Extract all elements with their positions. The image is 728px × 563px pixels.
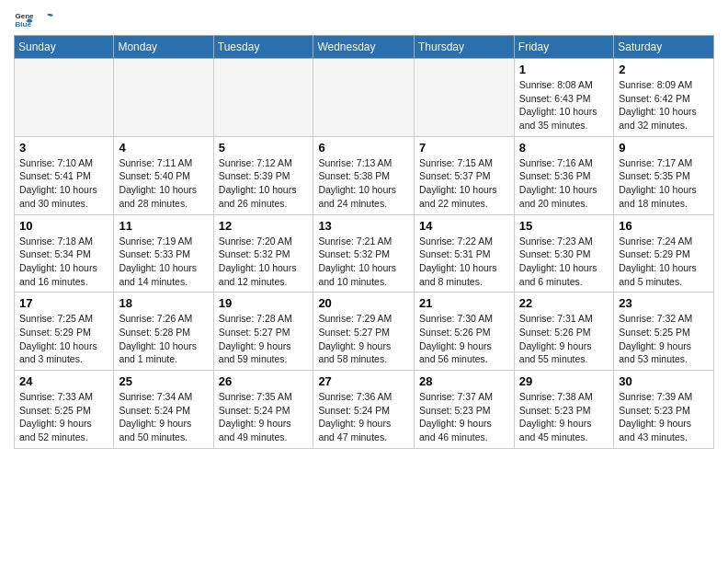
calendar-cell: 22Sunrise: 7:31 AMSunset: 5:26 PMDayligh…	[514, 293, 613, 371]
day-number: 23	[619, 296, 709, 310]
day-number: 25	[119, 374, 208, 388]
calendar-cell: 2Sunrise: 8:09 AMSunset: 6:42 PMDaylight…	[614, 59, 714, 137]
day-number: 15	[519, 219, 609, 233]
day-number: 4	[119, 141, 208, 155]
calendar-week-3: 10Sunrise: 7:18 AMSunset: 5:34 PMDayligh…	[15, 214, 714, 293]
calendar-cell: 14Sunrise: 7:22 AMSunset: 5:31 PMDayligh…	[414, 214, 514, 293]
calendar-cell: 12Sunrise: 7:20 AMSunset: 5:32 PMDayligh…	[213, 214, 313, 293]
calendar-header-friday: Friday	[514, 36, 613, 59]
calendar-cell: 9Sunrise: 7:17 AMSunset: 5:35 PMDaylight…	[614, 136, 714, 214]
day-info: Sunrise: 7:38 AMSunset: 5:23 PMDaylight:…	[519, 390, 609, 444]
logo: General Blue	[14, 9, 56, 29]
day-number: 5	[219, 141, 309, 155]
calendar-cell: 29Sunrise: 7:38 AMSunset: 5:23 PMDayligh…	[514, 371, 613, 449]
calendar-cell: 20Sunrise: 7:29 AMSunset: 5:27 PMDayligh…	[313, 293, 415, 371]
day-info: Sunrise: 7:33 AMSunset: 5:25 PMDaylight:…	[19, 390, 108, 444]
calendar-cell: 3Sunrise: 7:10 AMSunset: 5:41 PMDaylight…	[15, 136, 114, 214]
calendar-cell: 1Sunrise: 8:08 AMSunset: 6:43 PMDaylight…	[514, 59, 613, 137]
calendar-header-row: SundayMondayTuesdayWednesdayThursdayFrid…	[15, 36, 714, 59]
calendar-cell: 5Sunrise: 7:12 AMSunset: 5:39 PMDaylight…	[213, 136, 313, 214]
svg-text:General: General	[15, 12, 34, 20]
day-number: 16	[619, 219, 709, 233]
calendar-cell: 21Sunrise: 7:30 AMSunset: 5:26 PMDayligh…	[414, 293, 514, 371]
day-number: 18	[119, 296, 208, 310]
calendar-header-tuesday: Tuesday	[213, 36, 313, 59]
day-info: Sunrise: 7:19 AMSunset: 5:33 PMDaylight:…	[119, 235, 208, 289]
day-info: Sunrise: 8:08 AMSunset: 6:43 PMDaylight:…	[519, 78, 609, 132]
day-info: Sunrise: 7:10 AMSunset: 5:41 PMDaylight:…	[19, 156, 108, 211]
day-number: 12	[219, 219, 309, 233]
day-number: 22	[519, 296, 609, 310]
day-info: Sunrise: 7:23 AMSunset: 5:30 PMDaylight:…	[519, 235, 609, 289]
calendar-header-saturday: Saturday	[614, 36, 714, 59]
day-number: 1	[519, 63, 609, 76]
day-number: 9	[619, 141, 709, 155]
calendar-cell	[313, 59, 415, 137]
day-number: 6	[318, 141, 409, 155]
day-number: 3	[19, 141, 108, 155]
calendar-cell: 23Sunrise: 7:32 AMSunset: 5:25 PMDayligh…	[614, 293, 714, 371]
day-info: Sunrise: 7:37 AMSunset: 5:23 PMDaylight:…	[419, 390, 509, 444]
day-info: Sunrise: 7:11 AMSunset: 5:40 PMDaylight:…	[119, 156, 208, 211]
calendar-cell: 26Sunrise: 7:35 AMSunset: 5:24 PMDayligh…	[213, 371, 313, 449]
calendar-cell: 4Sunrise: 7:11 AMSunset: 5:40 PMDaylight…	[114, 136, 213, 214]
calendar-cell: 8Sunrise: 7:16 AMSunset: 5:36 PMDaylight…	[514, 136, 613, 214]
logo-bird-icon	[39, 11, 55, 28]
day-number: 20	[318, 296, 409, 310]
day-info: Sunrise: 7:31 AMSunset: 5:26 PMDaylight:…	[519, 312, 609, 366]
calendar-cell: 7Sunrise: 7:15 AMSunset: 5:37 PMDaylight…	[414, 136, 514, 214]
day-number: 26	[219, 374, 309, 388]
day-info: Sunrise: 7:20 AMSunset: 5:32 PMDaylight:…	[219, 235, 309, 289]
calendar-cell: 15Sunrise: 7:23 AMSunset: 5:30 PMDayligh…	[514, 214, 613, 293]
calendar-cell: 16Sunrise: 7:24 AMSunset: 5:29 PMDayligh…	[614, 214, 714, 293]
day-info: Sunrise: 7:28 AMSunset: 5:27 PMDaylight:…	[219, 312, 309, 366]
day-info: Sunrise: 7:17 AMSunset: 5:35 PMDaylight:…	[619, 156, 709, 211]
calendar-week-5: 24Sunrise: 7:33 AMSunset: 5:25 PMDayligh…	[15, 371, 714, 449]
calendar-cell: 6Sunrise: 7:13 AMSunset: 5:38 PMDaylight…	[313, 136, 415, 214]
calendar-cell	[414, 59, 514, 137]
logo-icon: General Blue	[14, 9, 34, 29]
calendar-cell: 13Sunrise: 7:21 AMSunset: 5:32 PMDayligh…	[313, 214, 415, 293]
calendar-cell: 25Sunrise: 7:34 AMSunset: 5:24 PMDayligh…	[114, 371, 213, 449]
day-info: Sunrise: 7:16 AMSunset: 5:36 PMDaylight:…	[519, 156, 609, 211]
day-number: 27	[318, 374, 409, 388]
day-number: 24	[19, 374, 108, 388]
day-number: 19	[219, 296, 309, 310]
day-info: Sunrise: 7:39 AMSunset: 5:23 PMDaylight:…	[619, 390, 709, 444]
day-number: 8	[519, 141, 609, 155]
day-info: Sunrise: 7:18 AMSunset: 5:34 PMDaylight:…	[19, 235, 108, 289]
calendar-cell: 11Sunrise: 7:19 AMSunset: 5:33 PMDayligh…	[114, 214, 213, 293]
calendar-cell: 27Sunrise: 7:36 AMSunset: 5:24 PMDayligh…	[313, 371, 415, 449]
day-info: Sunrise: 7:34 AMSunset: 5:24 PMDaylight:…	[119, 390, 208, 444]
day-number: 14	[419, 219, 509, 233]
svg-text:Blue: Blue	[15, 20, 31, 29]
day-number: 30	[619, 374, 709, 388]
calendar-cell: 28Sunrise: 7:37 AMSunset: 5:23 PMDayligh…	[414, 371, 514, 449]
day-number: 21	[419, 296, 509, 310]
calendar-week-1: 1Sunrise: 8:08 AMSunset: 6:43 PMDaylight…	[15, 59, 714, 137]
day-info: Sunrise: 7:15 AMSunset: 5:37 PMDaylight:…	[419, 156, 509, 211]
page-header: General Blue	[14, 9, 714, 29]
calendar-cell: 10Sunrise: 7:18 AMSunset: 5:34 PMDayligh…	[15, 214, 114, 293]
calendar-table: SundayMondayTuesdayWednesdayThursdayFrid…	[14, 35, 714, 449]
day-number: 17	[19, 296, 108, 310]
calendar-cell	[213, 59, 313, 137]
day-number: 7	[419, 141, 509, 155]
day-info: Sunrise: 7:21 AMSunset: 5:32 PMDaylight:…	[318, 235, 409, 289]
day-info: Sunrise: 7:25 AMSunset: 5:29 PMDaylight:…	[19, 312, 108, 366]
day-info: Sunrise: 7:30 AMSunset: 5:26 PMDaylight:…	[419, 312, 509, 366]
calendar-cell	[15, 59, 114, 137]
day-info: Sunrise: 8:09 AMSunset: 6:42 PMDaylight:…	[619, 78, 709, 132]
calendar-cell: 19Sunrise: 7:28 AMSunset: 5:27 PMDayligh…	[213, 293, 313, 371]
day-info: Sunrise: 7:22 AMSunset: 5:31 PMDaylight:…	[419, 235, 509, 289]
day-info: Sunrise: 7:12 AMSunset: 5:39 PMDaylight:…	[219, 156, 309, 211]
day-info: Sunrise: 7:36 AMSunset: 5:24 PMDaylight:…	[318, 390, 409, 444]
day-number: 13	[318, 219, 409, 233]
calendar-header-thursday: Thursday	[414, 36, 514, 59]
day-info: Sunrise: 7:35 AMSunset: 5:24 PMDaylight:…	[219, 390, 309, 444]
day-info: Sunrise: 7:32 AMSunset: 5:25 PMDaylight:…	[619, 312, 709, 366]
calendar-cell: 17Sunrise: 7:25 AMSunset: 5:29 PMDayligh…	[15, 293, 114, 371]
day-info: Sunrise: 7:26 AMSunset: 5:28 PMDaylight:…	[119, 312, 208, 366]
day-number: 29	[519, 374, 609, 388]
day-number: 28	[419, 374, 509, 388]
